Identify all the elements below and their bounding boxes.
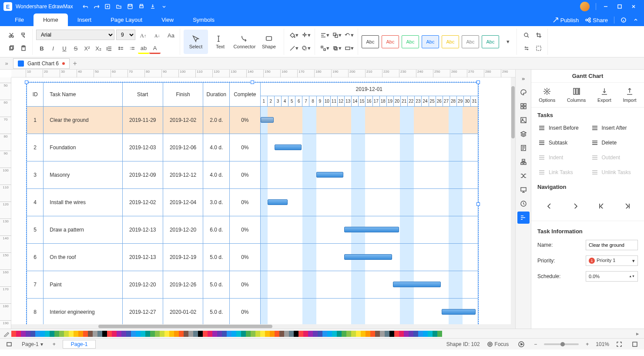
color-swatch[interactable] bbox=[313, 331, 318, 337]
menu-tab-page-layout[interactable]: Page Layout bbox=[101, 13, 152, 26]
color-swatch[interactable] bbox=[308, 331, 313, 337]
bold-button[interactable]: B bbox=[36, 44, 47, 54]
color-swatch[interactable] bbox=[385, 331, 389, 337]
color-swatch[interactable] bbox=[208, 331, 212, 337]
color-swatch[interactable] bbox=[265, 331, 270, 337]
color-swatch[interactable] bbox=[251, 331, 255, 337]
color-swatch[interactable] bbox=[155, 331, 160, 337]
color-swatch[interactable] bbox=[150, 331, 155, 337]
color-swatch[interactable] bbox=[83, 331, 88, 337]
crop-button[interactable] bbox=[533, 29, 545, 41]
gantt-bar[interactable] bbox=[261, 117, 274, 123]
redo-button[interactable] bbox=[91, 1, 102, 12]
nav-first-button[interactable] bbox=[594, 199, 607, 212]
open-button[interactable] bbox=[113, 1, 124, 12]
color-swatch[interactable] bbox=[121, 331, 126, 337]
menu-tab-insert[interactable]: Insert bbox=[68, 13, 101, 26]
gantt-bar[interactable] bbox=[393, 282, 441, 287]
color-swatch[interactable] bbox=[40, 331, 45, 337]
color-swatch[interactable] bbox=[337, 331, 342, 337]
color-swatch[interactable] bbox=[212, 331, 217, 337]
rail-present-button[interactable] bbox=[517, 184, 530, 196]
italic-button[interactable]: I bbox=[47, 44, 59, 54]
color-swatch[interactable] bbox=[303, 331, 308, 337]
color-swatch[interactable] bbox=[174, 331, 179, 337]
gantt-object[interactable]: ID Task Name Start Finish Duration Compl… bbox=[26, 82, 479, 324]
color-swatch[interactable] bbox=[227, 331, 231, 337]
nav-prev-button[interactable] bbox=[542, 199, 555, 212]
user-avatar[interactable] bbox=[580, 2, 590, 11]
h-scrollbar[interactable] bbox=[11, 324, 515, 329]
color-swatch[interactable] bbox=[428, 331, 433, 337]
gantt-bar[interactable] bbox=[344, 227, 399, 232]
color-swatch[interactable] bbox=[188, 331, 193, 337]
color-swatch[interactable] bbox=[169, 331, 174, 337]
strike-button[interactable]: S bbox=[70, 44, 81, 54]
size-button[interactable]: ▾ bbox=[343, 42, 355, 54]
insert-after-button[interactable]: Insert After bbox=[590, 121, 639, 135]
text-tool[interactable]: Text bbox=[208, 30, 232, 54]
zoom-in-button[interactable]: + bbox=[583, 340, 591, 348]
cut-button[interactable] bbox=[5, 29, 17, 41]
color-swatch[interactable] bbox=[69, 331, 74, 337]
menu-tab-file[interactable]: File bbox=[5, 13, 34, 26]
increase-font-button[interactable]: A↑ bbox=[137, 30, 149, 42]
color-swatch[interactable] bbox=[399, 331, 404, 337]
color-swatch[interactable] bbox=[361, 331, 366, 337]
color-swatch[interactable] bbox=[318, 331, 322, 337]
color-swatch[interactable] bbox=[164, 331, 169, 337]
color-swatch[interactable] bbox=[299, 331, 303, 337]
rail-page-button[interactable] bbox=[517, 142, 530, 154]
gantt-bar[interactable] bbox=[268, 199, 288, 205]
decrease-font-button[interactable]: A↓ bbox=[151, 30, 163, 42]
color-swatch[interactable] bbox=[11, 331, 16, 337]
minimize-button[interactable] bbox=[599, 0, 613, 13]
style-swatch[interactable]: Abc bbox=[462, 35, 479, 48]
font-size-select[interactable]: 9 bbox=[116, 30, 135, 40]
arrange-button[interactable]: ▾ bbox=[331, 42, 343, 54]
color-swatch[interactable] bbox=[198, 331, 203, 337]
color-swatch[interactable] bbox=[394, 331, 399, 337]
font-color-button[interactable]: A bbox=[149, 44, 161, 54]
underline-button[interactable]: U bbox=[59, 44, 70, 54]
help-button[interactable] bbox=[621, 17, 627, 23]
style-swatch[interactable]: Abc bbox=[482, 35, 499, 48]
group-button[interactable]: ▾ bbox=[331, 29, 343, 41]
gantt-bar[interactable] bbox=[442, 309, 476, 315]
distribute-button[interactable]: ▾ bbox=[319, 42, 331, 54]
rail-grid-button[interactable] bbox=[517, 100, 530, 112]
gantt-row[interactable]: 1Clear the ground2019-11-292019-12-022.0… bbox=[27, 107, 478, 134]
rail-theme-button[interactable] bbox=[517, 86, 530, 98]
bullets-button[interactable] bbox=[115, 44, 127, 54]
shape-tool[interactable]: Shape bbox=[257, 30, 281, 54]
selection-handle[interactable] bbox=[25, 81, 28, 84]
gantt-row[interactable]: 2Foundation2019-12-032019-12-064.0 d.0% bbox=[27, 134, 478, 161]
select-tool[interactable]: Select bbox=[184, 30, 208, 54]
color-swatch[interactable] bbox=[275, 331, 279, 337]
color-swatch[interactable] bbox=[423, 331, 428, 337]
numbering-button[interactable] bbox=[127, 44, 138, 54]
schedule-input[interactable]: 0.0%▲▼ bbox=[586, 271, 638, 282]
color-swatch[interactable] bbox=[236, 331, 241, 337]
qat-more-button[interactable] bbox=[158, 1, 170, 12]
style-swatch[interactable]: Abc bbox=[362, 35, 379, 48]
highlight-button[interactable]: ab bbox=[138, 44, 149, 54]
color-swatch[interactable] bbox=[284, 331, 289, 337]
export-button[interactable] bbox=[147, 1, 158, 12]
color-swatch[interactable] bbox=[241, 331, 246, 337]
color-swatch[interactable] bbox=[217, 331, 222, 337]
focus-button[interactable]: Focus bbox=[484, 340, 512, 348]
color-swatch[interactable] bbox=[136, 331, 141, 337]
fill-button[interactable]: ▾ bbox=[288, 29, 300, 41]
superscript-button[interactable]: X² bbox=[81, 44, 93, 54]
palette-picker-button[interactable] bbox=[2, 330, 11, 338]
color-swatch[interactable] bbox=[45, 331, 50, 337]
color-swatch[interactable] bbox=[26, 331, 30, 337]
publish-button[interactable]: Publish bbox=[553, 17, 579, 24]
new-button[interactable] bbox=[102, 1, 113, 12]
color-swatch[interactable] bbox=[289, 331, 294, 337]
style-swatch[interactable]: Abc bbox=[442, 35, 459, 48]
color-swatch[interactable] bbox=[179, 331, 184, 337]
color-swatch[interactable] bbox=[64, 331, 69, 337]
priority-select[interactable]: 1Priority 1▾ bbox=[586, 255, 638, 266]
